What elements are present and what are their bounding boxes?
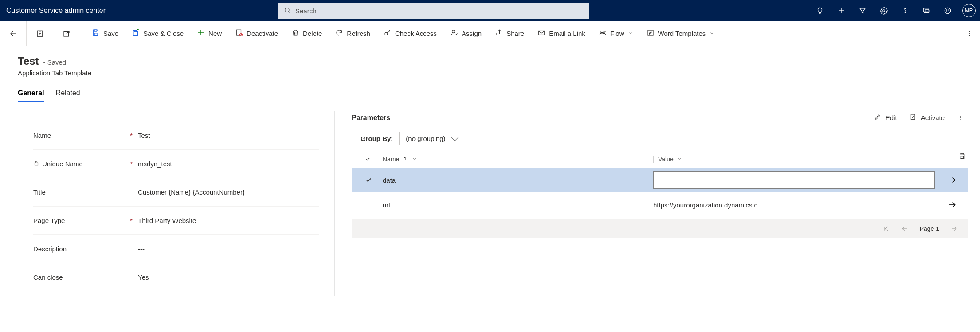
field-value-title[interactable]: Customer {Name} {AccountNumber}: [138, 188, 245, 196]
word-icon: [647, 29, 655, 38]
field-row-description[interactable]: Description ---: [33, 234, 319, 263]
subgrid-edit-label: Edit: [886, 114, 897, 121]
svg-rect-6: [923, 8, 928, 12]
svg-point-4: [883, 10, 885, 12]
form-selector-icon[interactable]: [27, 21, 53, 46]
flow-label: Flow: [610, 30, 624, 37]
refresh-label: Refresh: [347, 30, 370, 37]
filter-icon[interactable]: [852, 0, 873, 21]
assign-button[interactable]: Assign: [448, 26, 483, 41]
svg-rect-20: [134, 31, 137, 32]
check-access-label: Check Access: [395, 30, 437, 37]
new-button[interactable]: New: [195, 26, 223, 41]
new-label: New: [208, 30, 222, 37]
subgrid-activate-button[interactable]: Activate: [903, 111, 951, 125]
svg-point-28: [385, 32, 388, 35]
group-by-select[interactable]: (no grouping): [399, 132, 462, 145]
record-header: Test - Saved Application Tab Template: [18, 55, 980, 77]
delete-button[interactable]: Delete: [290, 26, 324, 41]
field-row-page-type[interactable]: Page Type * Third Party Website: [33, 206, 319, 234]
svg-rect-36: [35, 163, 38, 165]
check-access-button[interactable]: Check Access: [382, 26, 439, 41]
group-by-label: Group By:: [361, 135, 393, 142]
field-label-can-close: Can close: [33, 273, 63, 281]
subgrid-edit-button[interactable]: Edit: [868, 111, 903, 125]
command-bar-overflow[interactable]: [959, 21, 980, 46]
flow-button[interactable]: Flow: [597, 26, 635, 41]
share-button[interactable]: Share: [493, 26, 526, 41]
field-value-can-close[interactable]: Yes: [138, 273, 149, 281]
field-label-name: Name: [33, 132, 51, 139]
tab-general[interactable]: General: [18, 89, 44, 102]
field-value-description[interactable]: ---: [138, 245, 145, 253]
svg-rect-7: [925, 10, 929, 13]
svg-point-8: [945, 8, 951, 14]
share-label: Share: [506, 30, 524, 37]
row-value-editor[interactable]: [653, 171, 935, 189]
save-button[interactable]: Save: [90, 26, 120, 41]
word-templates-button[interactable]: Word Templates: [645, 26, 717, 41]
help-icon[interactable]: [895, 0, 915, 21]
command-bar-actions: Save Save & Close New Deactivate Delete …: [80, 21, 959, 46]
field-row-can-close[interactable]: Can close Yes: [33, 263, 319, 291]
chevron-down-icon[interactable]: [412, 156, 417, 163]
gear-icon[interactable]: [874, 0, 894, 21]
record-title: Test: [18, 55, 39, 67]
deactivate-button[interactable]: Deactivate: [233, 26, 280, 41]
save-close-button[interactable]: Save & Close: [130, 26, 185, 41]
user-avatar[interactable]: MR: [962, 4, 976, 17]
field-row-name[interactable]: Name * Test: [33, 121, 319, 149]
subgrid-overflow[interactable]: [954, 115, 968, 121]
smile-icon[interactable]: [937, 0, 958, 21]
first-page-icon[interactable]: [882, 225, 890, 232]
refresh-button[interactable]: Refresh: [333, 26, 372, 41]
global-search[interactable]: [278, 3, 589, 19]
popout-icon[interactable]: [53, 21, 80, 46]
plus-icon[interactable]: [831, 0, 851, 21]
group-by-row: Group By: (no grouping): [352, 130, 968, 151]
email-link-label: Email a Link: [549, 30, 585, 37]
search-input[interactable]: [291, 7, 584, 15]
next-page-icon[interactable]: [951, 225, 958, 232]
row-value: https://yourorganization.dynamics.c...: [653, 201, 937, 209]
prev-page-icon[interactable]: [901, 225, 908, 232]
field-value-page-type[interactable]: Third Party Website: [138, 217, 196, 224]
column-header-name[interactable]: Name: [383, 156, 653, 163]
chevron-down-icon: [628, 30, 633, 37]
row-checkbox[interactable]: [365, 176, 383, 184]
svg-rect-18: [94, 30, 97, 31]
back-button[interactable]: [0, 21, 27, 46]
tab-related[interactable]: Related: [56, 89, 80, 102]
app-title: Customer Service admin center: [0, 7, 278, 15]
save-icon: [92, 29, 100, 38]
assign-icon: [450, 29, 458, 38]
email-link-button[interactable]: Email a Link: [536, 26, 587, 41]
share-icon: [495, 29, 503, 38]
field-row-unique-name[interactable]: Unique Name * msdyn_test: [33, 149, 319, 178]
field-value-name[interactable]: Test: [138, 132, 150, 139]
parameters-grid: Name Value data: [352, 151, 968, 238]
group-by-value: (no grouping): [406, 135, 445, 142]
save-close-icon: [132, 29, 140, 38]
svg-rect-42: [961, 156, 963, 159]
required-indicator: *: [130, 132, 133, 139]
row-navigate[interactable]: [937, 176, 968, 184]
deactivate-icon: [235, 29, 243, 38]
select-all-checkbox[interactable]: [365, 156, 383, 162]
svg-point-9: [946, 10, 947, 10]
column-header-value[interactable]: Value: [653, 156, 937, 163]
chat-icon[interactable]: [916, 0, 937, 21]
chevron-down-icon[interactable]: [677, 156, 682, 163]
grid-row[interactable]: url https://yourorganization.dynamics.c.…: [352, 192, 968, 217]
svg-point-33: [969, 31, 970, 32]
field-row-title[interactable]: Title Customer {Name} {AccountNumber}: [33, 178, 319, 206]
grid-row[interactable]: data: [352, 168, 968, 192]
record-entity-label: Application Tab Template: [18, 69, 980, 77]
svg-rect-19: [94, 33, 97, 35]
grid-save-icon[interactable]: [959, 152, 966, 161]
lightbulb-icon[interactable]: [810, 0, 830, 21]
row-name: data: [383, 176, 653, 184]
svg-rect-31: [538, 31, 545, 35]
svg-rect-37: [911, 114, 915, 119]
row-navigate[interactable]: [937, 200, 968, 209]
